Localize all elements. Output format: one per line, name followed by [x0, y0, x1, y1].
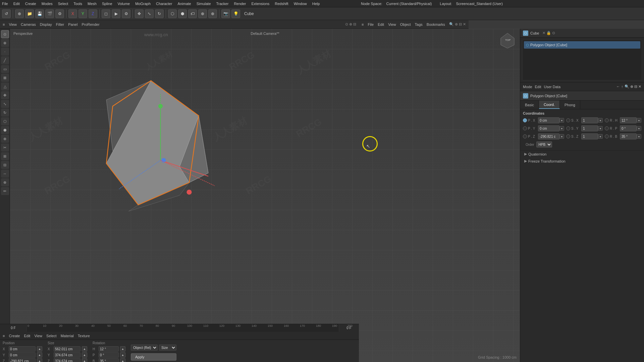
menu-edit[interactable]: Edit [13, 2, 20, 6]
3d-cube[interactable] [87, 72, 215, 213]
tool-paint[interactable]: ✏ [1, 187, 9, 195]
3d-viewport[interactable]: RRCG 人人素材 RRCG 人人素材 人人素材 RRCG 人人素材 RRCG … [10, 29, 520, 362]
camera-button[interactable]: 📷 [221, 9, 230, 18]
menu-window[interactable]: Window [294, 2, 307, 6]
om-menu-file[interactable]: File [368, 22, 374, 26]
om-menu-edit[interactable]: Edit [378, 22, 384, 26]
play-button[interactable]: ▶ [112, 9, 120, 18]
object-mode-button[interactable]: ⬡ [168, 9, 177, 18]
input-rh[interactable] [620, 117, 637, 123]
save-button[interactable]: 💾 [35, 9, 44, 18]
menu-mograph[interactable]: MoGraph [135, 2, 151, 6]
menu-tracker[interactable]: Tracker [216, 2, 229, 6]
tab-coord[interactable]: Coord. [539, 101, 560, 109]
radio-sz[interactable] [566, 134, 570, 138]
size-y-btn[interactable]: ▲ [82, 352, 87, 358]
tool-move[interactable]: ✥ [1, 91, 9, 99]
menu-create[interactable]: Create [25, 2, 36, 6]
mode-item-mode[interactable]: Mode [523, 85, 532, 89]
viewport-mode-button[interactable]: ◻ [102, 9, 110, 18]
vp-menu-view[interactable]: View [9, 22, 17, 26]
magnet-button[interactable]: ⊕ [198, 9, 207, 18]
order-select[interactable]: HPB PHB BPH [536, 141, 552, 147]
render-button[interactable]: 🎬 [45, 9, 54, 18]
rot-h-input[interactable] [99, 346, 119, 352]
menu-simulate[interactable]: Simulate [197, 2, 211, 6]
rot-b-input[interactable] [99, 358, 119, 362]
vp-menu-filter[interactable]: Filter [56, 22, 64, 26]
layout-value[interactable]: Screencast_Standard (User) [456, 2, 502, 6]
mode-item-userdata[interactable]: User Data [544, 85, 561, 89]
tool-edges[interactable]: ╱ [1, 56, 9, 64]
rot-h-btn[interactable]: ▲ [120, 346, 125, 352]
bottom-menu-toggle[interactable]: ≡ [3, 334, 5, 338]
key-sy[interactable]: ● [598, 126, 603, 131]
vp-menu-prorender[interactable]: ProRender [82, 22, 99, 26]
input-sy[interactable] [581, 125, 598, 131]
freeze-transformation-row[interactable]: ▶ Freeze Transformation [520, 158, 644, 165]
tool-polygons[interactable]: ▭ [1, 65, 9, 73]
tag-button[interactable]: 🏷 [188, 9, 197, 18]
menu-mesh[interactable]: Mesh [88, 2, 97, 6]
tab-phong[interactable]: Phong [560, 101, 580, 109]
menu-modes[interactable]: Modes [42, 2, 53, 6]
navigation-cube[interactable]: TOP [499, 32, 516, 48]
pos-x-input[interactable] [9, 346, 36, 352]
om-menu-object[interactable]: Object [400, 22, 411, 26]
coord-type-select[interactable]: Object (Rel) World [131, 345, 158, 351]
menu-help[interactable]: Help [312, 2, 320, 6]
bottom-menu-view[interactable]: View [34, 334, 42, 338]
tool-scale[interactable]: ⤡ [1, 100, 9, 108]
tab-basic[interactable]: Basic [520, 101, 539, 109]
mode-item-edit[interactable]: Edit [535, 85, 541, 89]
pos-y-btn[interactable]: ▲ [37, 352, 42, 358]
light-button[interactable]: 💡 [231, 9, 240, 18]
radio-px[interactable] [523, 118, 527, 122]
render-settings-button[interactable]: ⚙ [55, 9, 64, 18]
tool-magnet[interactable]: ⊕ [1, 178, 9, 186]
undo-button[interactable]: ↺ [2, 9, 11, 18]
input-sz[interactable] [581, 133, 598, 139]
vp-menu-cameras[interactable]: Cameras [21, 22, 36, 26]
snap-button[interactable]: ⊕ [208, 9, 217, 18]
om-menu-tags[interactable]: Tags [415, 22, 423, 26]
radio-sx[interactable] [566, 118, 570, 122]
size-type-select[interactable]: Size Scale [159, 345, 176, 351]
size-x-input[interactable] [54, 346, 80, 352]
bottom-menu-select[interactable]: Select [46, 334, 57, 338]
new-scene-button[interactable]: ⊕ [15, 9, 24, 18]
menu-select[interactable]: Select [58, 2, 68, 6]
key-rh[interactable]: ● [637, 118, 641, 123]
radio-py[interactable] [523, 126, 527, 130]
menu-redshift[interactable]: Redshift [275, 2, 288, 6]
bottom-menu-edit[interactable]: Edit [24, 334, 30, 338]
tool-texture-mode[interactable]: ⊕ [1, 39, 9, 47]
size-z-input[interactable] [54, 358, 80, 362]
key-px[interactable]: ● [559, 118, 564, 123]
radio-rh[interactable] [605, 118, 609, 122]
tool-points[interactable]: · [1, 48, 9, 56]
tool-slide[interactable]: ↔ [1, 170, 9, 178]
quaternion-row[interactable]: ▶ Quaternion [520, 150, 644, 158]
key-sz[interactable]: ● [598, 134, 603, 139]
node-space-value[interactable]: Current (Standard/Physical) [386, 2, 432, 6]
pos-x-btn[interactable]: ▲ [37, 346, 42, 352]
menu-file[interactable]: File [2, 2, 8, 6]
menu-volume[interactable]: Volume [118, 2, 130, 6]
menu-tools[interactable]: Tools [73, 2, 82, 6]
render-view-button[interactable]: ⚙ [122, 9, 130, 18]
om-menu-toggle[interactable]: ≡ [362, 22, 364, 26]
move-button[interactable]: ✥ [135, 9, 144, 18]
input-rb[interactable] [620, 133, 637, 139]
size-y-input[interactable] [54, 352, 80, 358]
menu-character[interactable]: Character [156, 2, 172, 6]
om-menu-view[interactable]: View [388, 22, 396, 26]
vp-menu-toggle[interactable]: ≡ [3, 22, 5, 26]
material-button[interactable]: ⬢ [178, 9, 187, 18]
input-py[interactable] [538, 125, 559, 131]
tool-bevel[interactable]: ⬢ [1, 126, 9, 134]
x-axis-button[interactable]: X [68, 9, 77, 18]
vp-menu-display[interactable]: Display [40, 22, 52, 26]
mode-up-arrow[interactable]: ↑ [621, 84, 623, 89]
radio-sy[interactable] [566, 126, 570, 130]
